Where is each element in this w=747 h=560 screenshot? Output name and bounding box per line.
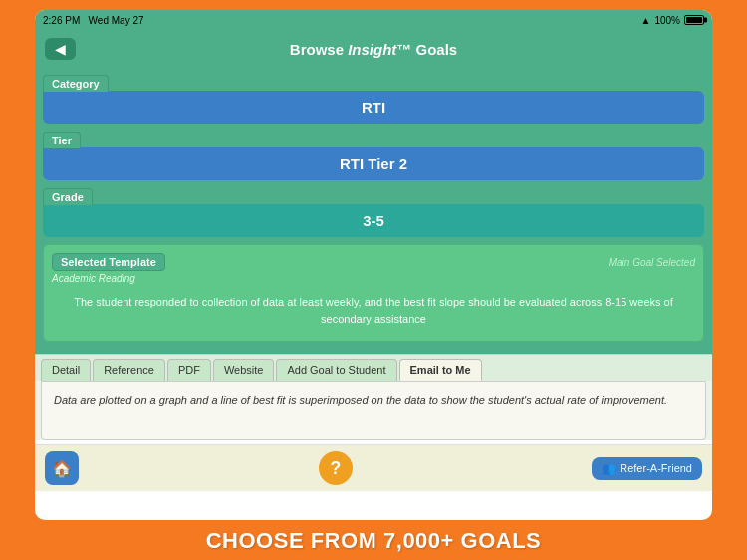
- tab-website[interactable]: Website: [213, 359, 275, 381]
- tab-content-area: Data are plotted on a graph and a line o…: [41, 381, 706, 440]
- status-date: Wed May 27: [89, 15, 144, 26]
- template-section: Selected Template Main Goal Selected Aca…: [43, 244, 704, 342]
- template-header: Selected Template Main Goal Selected: [52, 253, 695, 271]
- tab-email-to-me[interactable]: Email to Me: [399, 359, 482, 381]
- home-button[interactable]: 🏠: [45, 451, 79, 485]
- refer-button[interactable]: 👥 Refer-A-Friend: [592, 457, 702, 480]
- grade-button[interactable]: 3-5: [43, 204, 704, 237]
- tier-row: Tier RTI Tier 2: [43, 131, 704, 181]
- nav-title-browse: Browse: [290, 41, 348, 58]
- battery-icon: [684, 15, 704, 25]
- grade-row: Grade 3-5: [43, 187, 704, 238]
- tier-button[interactable]: RTI Tier 2: [43, 147, 704, 180]
- wifi-icon: ▲: [641, 15, 651, 26]
- grade-label: Grade: [43, 188, 93, 205]
- tabs-row: Detail Reference PDF Website Add Goal to…: [35, 355, 712, 381]
- template-label: Selected Template: [52, 253, 165, 271]
- back-icon: ◀: [55, 41, 66, 57]
- refer-label: Refer-A-Friend: [620, 462, 692, 474]
- status-time: 2:26 PM: [43, 15, 80, 26]
- status-right: ▲ 100%: [641, 15, 704, 26]
- nav-title-goals: Goals: [411, 41, 457, 58]
- tab-detail[interactable]: Detail: [41, 359, 91, 381]
- category-button[interactable]: RTI: [43, 91, 704, 124]
- tab-add-goal[interactable]: Add Goal to Student: [276, 359, 396, 381]
- bottom-banner: CHOOSE FROM 7,000+ GOALS: [206, 520, 542, 560]
- battery-label: 100%: [654, 15, 680, 26]
- tier-label: Tier: [43, 132, 81, 148]
- nav-title-insight: Insight: [348, 41, 396, 58]
- content-area: Category RTI Tier RTI Tier 2 Grade 3-5 S…: [35, 68, 712, 354]
- tabs-container: Detail Reference PDF Website Add Goal to…: [35, 354, 712, 440]
- category-row: Category RTI: [43, 74, 704, 125]
- template-description: The student responded to collection of d…: [52, 288, 695, 333]
- help-button[interactable]: ?: [319, 451, 353, 485]
- home-icon: 🏠: [52, 459, 72, 478]
- tab-pdf[interactable]: PDF: [167, 359, 211, 381]
- academic-reading: Academic Reading: [52, 273, 695, 284]
- outer-frame: 2:26 PM Wed May 27 ▲ 100% ◀ Browse Insig…: [0, 0, 747, 560]
- help-icon: ?: [330, 458, 341, 479]
- refer-icon: 👥: [602, 462, 616, 475]
- status-time-date: 2:26 PM Wed May 27: [43, 15, 144, 26]
- nav-title: Browse Insight™ Goals: [290, 41, 457, 58]
- tab-reference[interactable]: Reference: [93, 359, 165, 381]
- status-bar: 2:26 PM Wed May 27 ▲ 100%: [35, 10, 712, 30]
- nav-title-tm: ™: [396, 41, 411, 58]
- device-frame: 2:26 PM Wed May 27 ▲ 100% ◀ Browse Insig…: [35, 10, 712, 520]
- category-label: Category: [43, 75, 109, 92]
- nav-bar: ◀ Browse Insight™ Goals: [35, 30, 712, 68]
- tab-detail-text: Data are plotted on a graph and a line o…: [54, 392, 693, 409]
- main-goal-selected: Main Goal Selected: [609, 257, 695, 268]
- bottom-bar: 🏠 ? 👥 Refer-A-Friend: [35, 444, 712, 491]
- back-button[interactable]: ◀: [45, 38, 76, 60]
